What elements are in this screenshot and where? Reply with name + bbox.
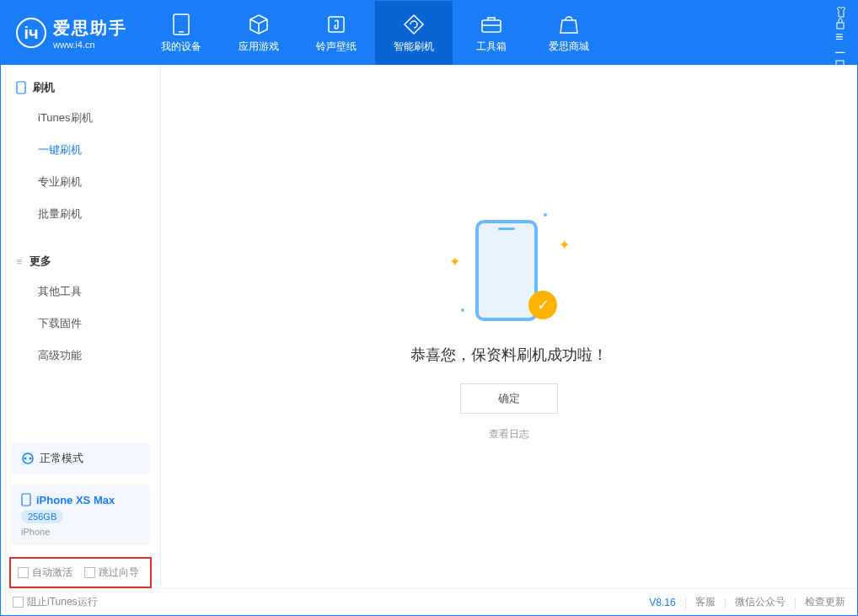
check-icon: ✓ — [528, 291, 557, 319]
sidebar: 刷机 iTunes刷机 一键刷机 专业刷机 批量刷机 ≡ 更多 其他工具 下载固… — [1, 65, 161, 588]
wechat-link[interactable]: 微信公众号 — [735, 595, 786, 609]
main-content: ✦✦ ✓ 恭喜您，保资料刷机成功啦！ 确定 查看日志 — [161, 65, 857, 588]
sidebar-item-oneclick-flash[interactable]: 一键刷机 — [1, 134, 160, 166]
cube-icon — [247, 13, 271, 36]
device-capacity: 256GB — [21, 510, 63, 523]
svg-point-9 — [24, 458, 27, 460]
nav-smart-flash[interactable]: 智能刷机 — [375, 1, 453, 65]
refresh-icon — [402, 13, 426, 36]
nav-store[interactable]: 爱思商城 — [530, 1, 608, 65]
minimize-button[interactable]: ─ — [835, 45, 847, 60]
nav-apps-games[interactable]: 应用游戏 — [220, 1, 298, 65]
statusbar: 阻止iTunes运行 V8.16 | 客服 | 微信公众号 | 检查更新 — [1, 588, 857, 615]
music-icon — [324, 13, 348, 36]
tshirt-icon[interactable] — [835, 6, 847, 18]
sidebar-group-flash: 刷机 — [1, 73, 160, 102]
options-highlighted: 自动激活 跳过向导 — [9, 557, 152, 588]
app-subtitle: www.i4.cn — [53, 40, 127, 50]
sidebar-item-other-tools[interactable]: 其他工具 — [1, 276, 160, 308]
sidebar-item-batch-flash[interactable]: 批量刷机 — [1, 198, 160, 230]
checkbox-skip-guide[interactable]: 跳过向导 — [84, 565, 139, 580]
checkbox-block-itunes[interactable]: 阻止iTunes运行 — [13, 595, 98, 609]
lock-icon[interactable] — [835, 18, 847, 29]
svg-rect-7 — [17, 82, 25, 94]
nav-my-device[interactable]: 我的设备 — [142, 1, 220, 65]
customer-service-link[interactable]: 客服 — [695, 595, 716, 609]
mode-icon — [21, 452, 35, 465]
success-illustration: ✦✦ ✓ — [446, 212, 572, 329]
app-title: 爱思助手 — [53, 17, 127, 40]
svg-rect-2 — [329, 17, 344, 32]
check-update-link[interactable]: 检查更新 — [805, 595, 845, 609]
svg-rect-11 — [22, 494, 30, 506]
success-message: 恭喜您，保资料刷机成功啦！ — [410, 345, 608, 365]
svg-point-10 — [29, 458, 32, 460]
phone-icon — [169, 13, 193, 36]
bag-icon — [557, 13, 581, 36]
svg-rect-4 — [837, 23, 844, 29]
sidebar-group-more: ≡ 更多 — [1, 247, 160, 276]
device-info-box[interactable]: iPhone XS Max 256GB iPhone — [11, 485, 150, 545]
sidebar-item-pro-flash[interactable]: 专业刷机 — [1, 166, 160, 198]
nav-ringtones[interactable]: 铃声壁纸 — [298, 1, 375, 65]
device-icon — [21, 493, 31, 506]
device-type: iPhone — [21, 527, 140, 537]
logo-icon: iч — [16, 18, 46, 48]
device-mode-box[interactable]: 正常模式 — [11, 442, 150, 474]
svg-rect-3 — [482, 20, 501, 32]
app-logo: iч 爱思助手 www.i4.cn — [1, 17, 142, 50]
menu-icon[interactable]: ≡ — [835, 29, 847, 45]
titlebar: iч 爱思助手 www.i4.cn 我的设备 应用游戏 铃声壁纸 智能刷机 工具… — [1, 1, 857, 65]
sidebar-item-download-firmware[interactable]: 下载固件 — [1, 308, 160, 340]
svg-rect-1 — [179, 31, 184, 33]
view-log-link[interactable]: 查看日志 — [489, 427, 529, 442]
sidebar-item-advanced[interactable]: 高级功能 — [1, 340, 160, 372]
top-nav: 我的设备 应用游戏 铃声壁纸 智能刷机 工具箱 爱思商城 — [142, 1, 608, 65]
ok-button[interactable]: 确定 — [460, 383, 558, 414]
version-label: V8.16 — [649, 597, 675, 608]
list-icon: ≡ — [16, 255, 23, 268]
nav-toolbox[interactable]: 工具箱 — [453, 1, 530, 65]
phone-small-icon — [16, 81, 26, 94]
sidebar-item-itunes-flash[interactable]: iTunes刷机 — [1, 102, 160, 134]
toolbox-icon — [480, 13, 503, 36]
checkbox-auto-activate[interactable]: 自动激活 — [18, 565, 72, 580]
